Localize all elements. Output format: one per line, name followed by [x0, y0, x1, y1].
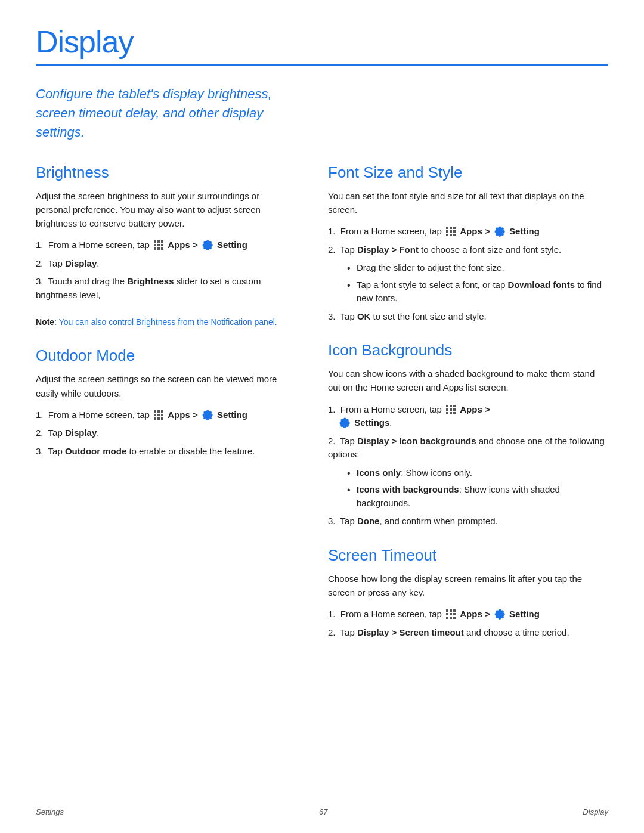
svg-rect-15: [154, 417, 156, 420]
svg-rect-40: [450, 613, 452, 615]
svg-rect-9: [154, 410, 156, 413]
outdoor-step-3: 3. Tap Outdoor mode to enable or disable…: [36, 445, 292, 459]
svg-rect-19: [450, 227, 452, 229]
page-container: Display Configure the tablet's display b…: [0, 0, 644, 693]
outdoor-mode-section: Outdoor Mode Adjust the screen settings …: [36, 346, 292, 458]
svg-rect-42: [446, 617, 448, 619]
svg-rect-5: [161, 244, 163, 246]
settings-gear-icon-2: [202, 409, 213, 421]
outdoor-mode-body: Adjust the screen settings so the screen…: [36, 372, 292, 400]
left-column: Brightness Adjust the screen brightness …: [36, 163, 292, 476]
icon-bg-step-2: 2. Tap Display > Icon backgrounds and ch…: [328, 435, 608, 510]
svg-rect-30: [446, 408, 448, 411]
title-divider: [36, 64, 608, 66]
icon-backgrounds-body: You can show icons with a shaded backgro…: [328, 367, 608, 395]
svg-rect-20: [453, 227, 456, 229]
apps-grid-icon-4: [445, 404, 456, 415]
svg-rect-35: [453, 412, 456, 414]
screen-timeout-step-1: 1. From a Home screen, tap Apps > Settin…: [328, 608, 608, 621]
font-bullets: Drag the slider to adjust the font size.…: [338, 261, 608, 305]
settings-gear-icon-4: [339, 417, 351, 429]
screen-timeout-section: Screen Timeout Choose how long the displ…: [328, 546, 608, 640]
svg-rect-10: [157, 410, 160, 413]
icon-bg-step-1: 1. From a Home screen, tap Apps > Settin…: [328, 403, 608, 430]
brightness-section: Brightness Adjust the screen brightness …: [36, 163, 292, 329]
svg-rect-44: [453, 617, 456, 619]
font-title: Font Size and Style: [328, 163, 608, 182]
svg-rect-32: [453, 408, 456, 411]
outdoor-step-1: 1. From a Home screen, tap Apps > Settin…: [36, 408, 292, 422]
font-step-2: 2. Tap Display > Font to choose a font s…: [328, 243, 608, 305]
svg-rect-0: [154, 240, 156, 243]
font-steps: 1. From a Home screen, tap Apps > Settin…: [328, 225, 608, 323]
settings-gear-icon: [202, 239, 213, 251]
svg-rect-7: [157, 247, 160, 250]
svg-rect-23: [453, 230, 456, 233]
svg-rect-34: [450, 412, 452, 414]
brightness-step-2: 2. Tap Display.: [36, 257, 292, 271]
font-body: You can set the font style and size for …: [328, 189, 608, 217]
svg-rect-37: [450, 609, 452, 612]
font-step-1: 1. From a Home screen, tap Apps > Settin…: [328, 225, 608, 239]
brightness-note: Note: You can also control Brightness fr…: [36, 316, 292, 329]
apps-grid-icon-5: [445, 609, 456, 620]
svg-rect-26: [453, 234, 456, 236]
intro-text: Configure the tablet's display brightnes…: [36, 85, 292, 142]
footer-right: Display: [583, 807, 608, 816]
icon-bg-bullet-2: Icons with backgrounds: Show icons with …: [347, 483, 608, 510]
svg-rect-24: [446, 234, 448, 236]
svg-rect-3: [154, 244, 156, 246]
svg-rect-13: [157, 414, 160, 416]
svg-rect-14: [161, 414, 163, 416]
svg-rect-36: [446, 609, 448, 612]
svg-rect-21: [446, 230, 448, 233]
svg-rect-38: [453, 609, 456, 612]
outdoor-mode-steps: 1. From a Home screen, tap Apps > Settin…: [36, 408, 292, 459]
svg-rect-6: [154, 247, 156, 250]
settings-gear-icon-5: [494, 608, 506, 620]
outdoor-step-2: 2. Tap Display.: [36, 426, 292, 440]
svg-rect-29: [453, 405, 456, 407]
svg-rect-25: [450, 234, 452, 236]
apps-grid-icon: [153, 240, 164, 250]
screen-timeout-steps: 1. From a Home screen, tap Apps > Settin…: [328, 608, 608, 639]
font-section: Font Size and Style You can set the font…: [328, 163, 608, 324]
apps-grid-icon-2: [153, 410, 164, 420]
apps-grid-icon-3: [445, 226, 456, 237]
svg-rect-8: [161, 247, 163, 250]
brightness-step-3: 3. Touch and drag the Brightness slider …: [36, 275, 292, 302]
icon-backgrounds-section: Icon Backgrounds You can show icons with…: [328, 341, 608, 528]
svg-rect-39: [446, 613, 448, 615]
svg-rect-18: [446, 227, 448, 229]
brightness-title: Brightness: [36, 163, 292, 182]
page-title: Display: [36, 24, 608, 60]
footer-page-number: 67: [319, 807, 327, 816]
svg-rect-11: [161, 410, 163, 413]
svg-rect-22: [450, 230, 452, 233]
svg-rect-27: [446, 405, 448, 407]
svg-rect-2: [161, 240, 163, 243]
svg-rect-33: [446, 412, 448, 414]
brightness-step-1: 1. From a Home screen, tap Apps > Settin…: [36, 239, 292, 252]
two-column-layout: Brightness Adjust the screen brightness …: [36, 163, 608, 658]
font-step-3: 3. Tap OK to set the font size and style…: [328, 310, 608, 324]
settings-gear-icon-3: [494, 225, 506, 237]
font-bullet-2: Tap a font style to select a font, or ta…: [347, 278, 608, 305]
screen-timeout-step-2: 2. Tap Display > Screen timeout and choo…: [328, 626, 608, 640]
icon-bg-bullet-1: Icons only: Show icons only.: [347, 466, 608, 480]
svg-rect-16: [157, 417, 160, 420]
screen-timeout-body: Choose how long the display screen remai…: [328, 572, 608, 600]
font-bullet-1: Drag the slider to adjust the font size.: [347, 261, 608, 275]
screen-timeout-title: Screen Timeout: [328, 546, 608, 565]
svg-rect-17: [161, 417, 163, 420]
outdoor-mode-title: Outdoor Mode: [36, 346, 292, 365]
brightness-steps: 1. From a Home screen, tap Apps > Settin…: [36, 239, 292, 302]
right-column: Font Size and Style You can set the font…: [328, 163, 608, 658]
brightness-body: Adjust the screen brightness to suit you…: [36, 189, 292, 231]
icon-backgrounds-steps: 1. From a Home screen, tap Apps > Settin…: [328, 403, 608, 528]
svg-rect-41: [453, 613, 456, 615]
footer: Settings 67 Display: [36, 807, 608, 816]
svg-rect-31: [450, 408, 452, 411]
footer-left: Settings: [36, 807, 64, 816]
svg-rect-4: [157, 244, 160, 246]
